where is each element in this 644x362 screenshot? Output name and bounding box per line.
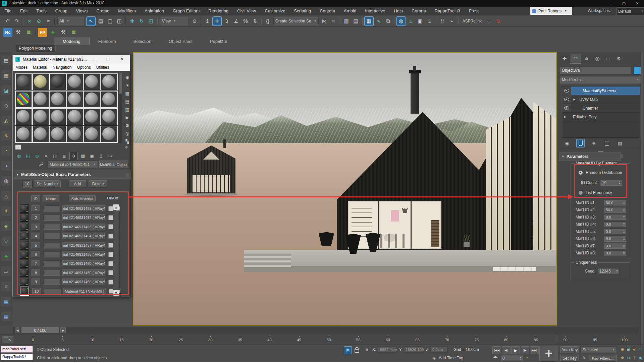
menu-corona[interactable]: Corona — [407, 7, 430, 15]
spinner-icon[interactable]: ▴▾ — [623, 251, 625, 255]
time-configuration-icon[interactable]: ◔ — [525, 355, 528, 360]
edit-named-selection-sets-icon[interactable]: {} — [263, 17, 272, 25]
sphere-tool-icon[interactable]: ◔ — [1, 146, 11, 156]
ribbon-tab-object-paint[interactable]: Object Paint — [160, 38, 201, 45]
ribbon-tab-modeling[interactable]: Modeling — [54, 38, 90, 45]
tools-wrench-icon[interactable]: ⚒ — [14, 28, 23, 37]
slider-next-icon[interactable]: ▶ — [60, 327, 66, 333]
material-sample-slot[interactable] — [15, 108, 32, 125]
undo-icon[interactable]: ↶ — [3, 17, 12, 25]
material-sample-slot[interactable] — [32, 73, 49, 90]
scroll-left-icon[interactable]: ‹ — [15, 144, 21, 150]
spinner-icon[interactable]: ▴▾ — [623, 222, 625, 226]
select-and-move-icon[interactable]: ✚ — [128, 17, 137, 25]
render-setup-icon[interactable]: ♨ — [407, 17, 415, 25]
toggle-layer-explorer-icon[interactable]: ▤ — [352, 17, 360, 25]
percent-snap-toggle-icon[interactable]: % — [241, 17, 250, 25]
panel-splitter[interactable]: •••••• — [560, 150, 642, 153]
walk-through-icon[interactable]: ᛉ — [632, 355, 637, 361]
bone-tool-icon[interactable]: ◊ — [1, 282, 11, 291]
angle-snap-toggle-icon[interactable]: ∠ — [232, 17, 240, 25]
remove-modifier-icon[interactable] — [603, 139, 611, 147]
maxscript-listener-pink[interactable]: modPanel.set! — [1, 346, 33, 353]
workspace-select[interactable]: Default ▼ — [616, 7, 644, 15]
menu-arnold[interactable]: Arnold — [339, 7, 361, 15]
me-menu-material[interactable]: Material — [33, 65, 47, 70]
maxscript-listener-white[interactable]: RappaTools3.! — [1, 354, 33, 360]
background-icon[interactable]: ▦ — [123, 89, 131, 97]
matl-id-field[interactable]: 0.0▴▾ — [604, 222, 627, 227]
y-coordinate-field[interactable]: 18926.109 — [404, 347, 423, 353]
modifier-list-dropdown[interactable]: Modifier List ▼ — [560, 76, 641, 83]
ribbon-tab-selection[interactable]: Selection — [125, 38, 160, 45]
menu-edit[interactable]: Edit — [16, 7, 32, 15]
show-end-result-icon[interactable]: ▣ — [88, 152, 96, 160]
spray-tool-icon[interactable]: ▽ — [1, 236, 11, 246]
matl-id-field[interactable]: 0.0▴▾ — [604, 214, 627, 220]
panel-scrollbar[interactable] — [641, 52, 643, 345]
put-material-to-scene-icon[interactable]: ◱ — [24, 152, 32, 160]
material-editor-titlebar[interactable]: 3 Material Editor - Material #214693... … — [13, 55, 130, 64]
sample-scrollbar[interactable] — [119, 73, 122, 143]
menu-help[interactable]: Help — [389, 7, 407, 15]
helper-tool-icon[interactable]: ▱ — [1, 266, 11, 276]
ribbon-tab-freeform[interactable]: Freeform — [90, 38, 125, 45]
mini-curve-editor-icon[interactable]: ⏉∿ — [2, 336, 13, 343]
modifier-materialbyelement[interactable]: MaterialByElement — [562, 86, 640, 95]
eyedropper-icon[interactable] — [38, 161, 45, 168]
rendered-frame-window-icon[interactable]: ▣ — [416, 17, 425, 25]
orbit-icon[interactable]: ↻ — [626, 355, 631, 361]
render-production-icon[interactable]: ♨ — [425, 17, 434, 25]
previous-frame-icon[interactable]: ◀| — [502, 346, 511, 354]
make-unique-icon[interactable]: ❖ — [590, 139, 598, 147]
cone-tool-icon[interactable]: △ — [1, 191, 11, 201]
matl-id-field[interactable]: 0.0▴▾ — [604, 236, 627, 242]
grid-tool-1-icon[interactable]: ▦ — [1, 297, 11, 306]
track-bar[interactable]: ⏉∿ 0510152025303540455055606570758085909… — [0, 335, 557, 345]
grips-dots-icon[interactable]: ⠿ — [438, 17, 447, 25]
layers-tool-icon[interactable]: ▦ — [1, 70, 11, 80]
material-id-channel-icon[interactable]: 0 — [69, 152, 78, 160]
selection-filter-dropdown[interactable]: All▼ — [57, 17, 85, 25]
shape-tool-icon[interactable]: ◍ — [1, 176, 11, 186]
sini-software-icon[interactable]: S — [494, 17, 503, 25]
object-name-field[interactable]: Object376 — [560, 67, 631, 74]
parameters-rollout[interactable]: ▼ Parameters — [559, 153, 621, 161]
assign-material-to-selection-icon[interactable]: ⊕ — [33, 152, 41, 160]
pan-icon[interactable]: ✥ — [620, 355, 625, 361]
snap-dots-icon[interactable]: ⸭ — [485, 17, 493, 25]
auto-key-button[interactable]: Auto Key — [560, 346, 579, 353]
matl-id-field[interactable]: 50.0▴▾ — [604, 207, 627, 213]
redo-icon[interactable]: ↷ — [12, 17, 21, 25]
zoom-region-icon[interactable]: ▭ — [638, 346, 643, 352]
material-sample-slot[interactable] — [49, 91, 66, 108]
configure-modifier-sets-icon[interactable]: ▨ — [616, 139, 624, 147]
material-sample-slot[interactable] — [66, 108, 84, 125]
reset-map-icon[interactable]: ✕ — [42, 152, 50, 160]
menu-civil-view[interactable]: Civil View — [233, 7, 260, 15]
geometry-tool-icon[interactable]: ◭ — [1, 116, 11, 125]
backlight-icon[interactable]: ☀ — [123, 81, 131, 89]
put-to-library-icon[interactable]: ≣ — [60, 152, 68, 160]
material-sample-slot[interactable] — [66, 126, 84, 143]
modifier-chamfer[interactable]: Chamfer — [562, 104, 640, 113]
minimize-icon[interactable]: — — [92, 57, 96, 61]
spinner-icon[interactable]: ▴▾ — [623, 215, 625, 219]
menu-modifiers[interactable]: Modifiers — [114, 7, 140, 15]
close-icon[interactable]: ✕ — [631, 0, 644, 7]
snaps-toggle-icon[interactable]: 3 — [222, 17, 231, 25]
add-button[interactable]: Add — [69, 180, 86, 188]
material-sample-slot[interactable] — [49, 108, 66, 125]
menu-frost[interactable]: Frost — [465, 7, 483, 15]
select-and-manipulate-icon[interactable]: ✛ — [212, 16, 222, 26]
material-sample-slot[interactable] — [49, 73, 66, 90]
material-sample-slot[interactable] — [101, 73, 118, 90]
isolate-selection-icon[interactable]: ▣ — [344, 346, 352, 354]
material-type-button[interactable]: Multi/Sub-Object — [99, 161, 128, 168]
unlink-selection-icon[interactable]: ⊘ — [35, 17, 43, 25]
menu-group[interactable]: Group — [51, 7, 72, 15]
select-by-name-icon[interactable]: ▤ — [96, 17, 105, 25]
tools-wrench-2-icon[interactable]: ⚒ — [59, 28, 68, 37]
me-menu-navigation[interactable]: Navigation — [53, 65, 72, 70]
close-icon[interactable]: ✕ — [120, 57, 123, 61]
